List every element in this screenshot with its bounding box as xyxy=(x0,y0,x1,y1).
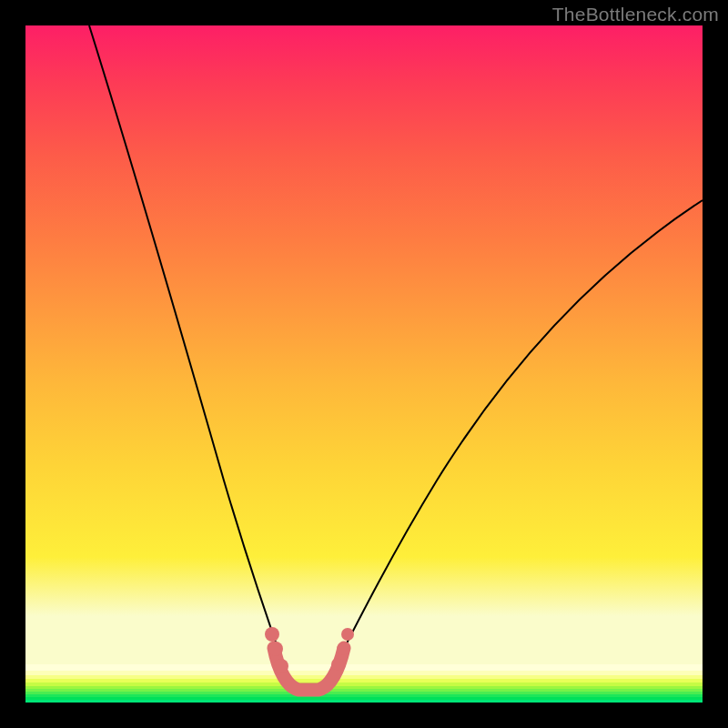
plot-area xyxy=(25,25,703,703)
svg-point-1 xyxy=(268,642,283,656)
curve-left xyxy=(89,25,288,679)
svg-point-0 xyxy=(265,627,279,642)
svg-point-4 xyxy=(337,642,349,655)
curve-right xyxy=(329,200,703,679)
svg-point-2 xyxy=(274,659,288,673)
chart-frame: TheBottleneck.com xyxy=(0,0,728,728)
svg-point-3 xyxy=(331,658,344,671)
svg-point-5 xyxy=(341,628,354,641)
bottleneck-dots xyxy=(265,627,354,673)
chart-curves xyxy=(25,25,703,703)
watermark-text: TheBottleneck.com xyxy=(552,4,719,25)
